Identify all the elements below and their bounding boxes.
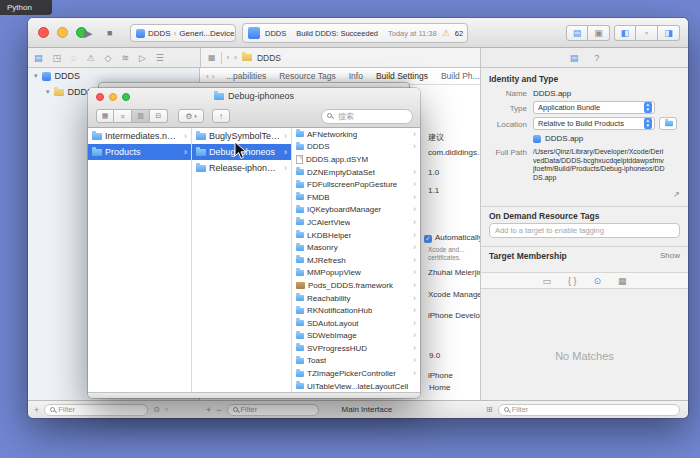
close-button[interactable] xyxy=(38,27,49,38)
finder-item[interactable]: SDAutoLayout› xyxy=(292,317,420,330)
folder-icon xyxy=(296,131,304,137)
coverflow-view-button[interactable]: ⊟ xyxy=(150,109,168,123)
code-snippet-library-icon[interactable]: { } xyxy=(568,276,577,286)
checkbox-checked-icon[interactable]: ✓ xyxy=(424,235,432,243)
standard-editor-button[interactable]: ▤ xyxy=(566,25,588,41)
finder-item[interactable]: Release-iphoneos› xyxy=(192,160,291,176)
status-build-result: Build DDDS: Succeeded xyxy=(296,29,378,38)
back-icon[interactable]: ‹ xyxy=(227,53,230,62)
finder-item[interactable]: LKDBHelper› xyxy=(292,229,420,242)
remove-button[interactable]: − xyxy=(216,405,221,415)
finder-item[interactable]: DDDS.app.dSYM xyxy=(292,153,420,166)
finder-item[interactable]: MMPopupView› xyxy=(292,267,420,280)
finder-item[interactable]: SDWebImage› xyxy=(292,330,420,343)
warning-icon[interactable]: ⚠ xyxy=(442,28,450,38)
reports-navigator-icon[interactable]: ☰ xyxy=(156,53,164,63)
finder-item[interactable]: DZNEmptyDataSet› xyxy=(292,166,420,179)
grid-view-icon[interactable]: ⊞ xyxy=(486,405,493,414)
finder-item[interactable]: SVProgressHUD› xyxy=(292,342,420,355)
tab-resource-tags[interactable]: Resource Tags xyxy=(279,71,336,81)
finder-item[interactable]: RKNotificationHub› xyxy=(292,304,420,317)
tab-build-settings[interactable]: Build Settings xyxy=(376,71,428,81)
finder-item[interactable]: AFNetworking› xyxy=(292,128,420,141)
recents-filter-icon[interactable]: ⊙ xyxy=(153,405,160,414)
file-template-library-icon[interactable]: ▭ xyxy=(542,276,551,286)
finder-item[interactable]: IQKeyboardManager› xyxy=(292,204,420,217)
object-library-icon[interactable]: ⊙ xyxy=(593,276,601,286)
auto-signing-row[interactable]: ✓Automatically xyxy=(424,233,483,243)
file-inspector-icon[interactable]: ▤ xyxy=(570,53,579,63)
symbols-navigator-icon[interactable]: ◳ xyxy=(53,53,62,63)
finder-item[interactable]: Intermediates.noindex› xyxy=(88,128,191,144)
tab-info[interactable]: Info xyxy=(349,71,363,81)
breakpoints-navigator-icon[interactable]: ▷ xyxy=(139,53,146,63)
related-items-icon[interactable]: ▦ xyxy=(208,53,216,62)
show-link[interactable]: Show xyxy=(660,251,680,260)
editor-filter-field[interactable]: Filter xyxy=(227,404,319,416)
finder-item[interactable]: MJRefresh› xyxy=(292,254,420,267)
desktop: Python ▶ ■ DDDS › Generi...Device DDDS xyxy=(0,0,700,458)
assistant-editor-button[interactable]: ▣ xyxy=(588,25,610,41)
minimize-button[interactable] xyxy=(57,27,68,38)
navigator-toggle-button[interactable]: ◧ xyxy=(614,25,636,41)
disclosure-triangle-icon[interactable]: ▾ xyxy=(34,72,38,80)
media-library-icon[interactable]: ▦ xyxy=(618,276,627,286)
project-navigator-icon[interactable]: ▤ xyxy=(34,53,43,63)
action-menu-button[interactable]: ⚙▾ xyxy=(178,109,204,123)
icon-view-button[interactable]: ▦ xyxy=(96,109,114,123)
warning-count[interactable]: 62 xyxy=(455,29,463,38)
stop-button[interactable]: ■ xyxy=(107,18,112,48)
issues-navigator-icon[interactable]: ⚠ xyxy=(86,53,94,63)
finder-item[interactable]: JCAlertView› xyxy=(292,216,420,229)
auto-signing-label: Automatically xyxy=(435,233,483,242)
tab-scroll-right-icon[interactable]: › xyxy=(212,72,215,81)
deployment-target-value[interactable]: 9.0 xyxy=(429,351,440,360)
bundle-row[interactable]: DDDS.app xyxy=(533,134,583,143)
find-navigator-icon[interactable]: ◌ xyxy=(71,53,76,63)
background-window-python[interactable]: Python xyxy=(0,0,52,15)
finder-item[interactable]: FDFullscreenPopGesture› xyxy=(292,178,420,191)
main-interface-value[interactable]: Home xyxy=(429,383,450,392)
finder-item[interactable]: Reachability› xyxy=(292,292,420,305)
add-button[interactable]: + xyxy=(34,405,39,415)
choose-location-button[interactable] xyxy=(659,117,677,130)
inspector-toggle-button[interactable]: ◨ xyxy=(658,25,680,41)
folder-icon xyxy=(296,345,304,351)
finder-item[interactable]: Masonry› xyxy=(292,241,420,254)
debug-area-toggle-button[interactable]: ▫ xyxy=(636,25,658,41)
location-dropdown[interactable]: Relative to Build Products ▲▼ xyxy=(533,117,655,130)
navigator-filter-field[interactable]: Filter xyxy=(44,404,148,416)
finder-item[interactable]: Products› xyxy=(88,144,191,160)
finder-item[interactable]: Toast› xyxy=(292,355,420,368)
library-filter-field[interactable]: Filter xyxy=(498,404,680,416)
tab-build-ph[interactable]: Build Ph... xyxy=(441,71,480,81)
debug-navigator-icon[interactable]: ≋ xyxy=(121,53,129,63)
share-button[interactable]: ↑ xyxy=(212,109,230,123)
odr-tag-input[interactable] xyxy=(489,223,680,238)
devices-value[interactable]: iPhone xyxy=(428,371,453,380)
list-view-button[interactable]: ≡ xyxy=(114,109,132,123)
quick-help-icon[interactable]: ? xyxy=(594,53,599,63)
jump-bar[interactable]: ▦ ‹ › DDDS xyxy=(200,48,480,67)
tab-pabilities[interactable]: ...pabilities xyxy=(226,71,266,81)
column-view-button[interactable]: ▥ xyxy=(132,109,150,123)
scheme-selector[interactable]: DDDS › Generi...Device xyxy=(130,24,236,42)
run-button[interactable]: ▶ xyxy=(84,18,92,48)
tab-scroll-left-icon[interactable]: ‹ xyxy=(206,72,209,81)
finder-column-2: BuglySymbolTemp›Debug-iphoneos›Release-i… xyxy=(192,128,292,392)
finder-item[interactable]: Pods_DDDS.framework› xyxy=(292,279,420,292)
jump-bar-item[interactable]: DDDS xyxy=(257,53,281,63)
reveal-arrow-icon[interactable]: ↗ xyxy=(673,190,680,199)
add-button[interactable]: + xyxy=(206,405,211,415)
finder-item[interactable]: TZImagePickerController› xyxy=(292,367,420,380)
finder-item[interactable]: DDDS› xyxy=(292,141,420,154)
forward-icon[interactable]: › xyxy=(234,53,237,62)
search-input[interactable] xyxy=(321,109,413,124)
type-dropdown[interactable]: Application Bundle ▲▼ xyxy=(533,101,655,114)
scm-filter-icon[interactable]: ▫ xyxy=(165,405,168,414)
finder-item[interactable]: UITableView...lateLayoutCell xyxy=(292,380,420,392)
filter-icon xyxy=(504,407,509,412)
disclosure-triangle-icon[interactable]: ▾ xyxy=(46,88,50,96)
tests-navigator-icon[interactable]: ◇ xyxy=(104,53,111,63)
finder-item[interactable]: FMDB› xyxy=(292,191,420,204)
